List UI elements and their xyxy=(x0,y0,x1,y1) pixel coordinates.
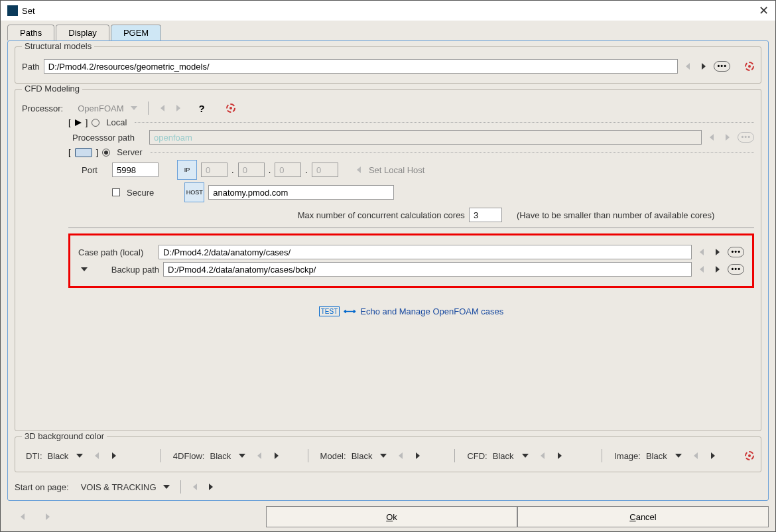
startpage-value: VOIS & TRACKING xyxy=(81,482,157,492)
browse-icon[interactable]: ••• xyxy=(714,61,730,72)
ok-button[interactable]: Ok xyxy=(266,506,517,527)
target-icon[interactable] xyxy=(745,451,754,460)
legend-bgcolor: 3D background color xyxy=(22,431,107,441)
next-icon[interactable] xyxy=(712,247,724,257)
ip-icon[interactable]: IP xyxy=(177,160,197,180)
port-input[interactable] xyxy=(112,163,159,177)
next-icon[interactable] xyxy=(554,450,566,461)
next-icon[interactable] xyxy=(172,103,184,113)
target-icon[interactable] xyxy=(226,103,235,113)
app-icon xyxy=(7,5,18,16)
casepath-label: Case path (local) xyxy=(78,247,155,257)
structural-path-input[interactable] xyxy=(44,59,679,74)
prev-icon[interactable] xyxy=(157,103,168,113)
model-label: Model: xyxy=(320,451,346,461)
startpage-label: Start on page: xyxy=(15,482,69,492)
image-label: Image: xyxy=(614,451,641,461)
prev-icon[interactable] xyxy=(253,450,265,461)
tab-pgem[interactable]: PGEM xyxy=(111,25,161,40)
ip-seg-1 xyxy=(238,163,265,177)
browse-icon[interactable]: ••• xyxy=(728,247,744,257)
server-radio[interactable] xyxy=(102,149,110,157)
server-icon xyxy=(75,148,92,157)
dropdown-icon[interactable] xyxy=(673,450,684,461)
maxcores-label: Max number of concurrent calculation cor… xyxy=(298,210,465,220)
next-icon[interactable] xyxy=(271,450,283,461)
maxcores-note: (Have to be smaller than number of avail… xyxy=(517,210,714,220)
dropdown-icon[interactable] xyxy=(236,450,248,461)
prev-icon[interactable] xyxy=(696,247,708,257)
prev-icon[interactable] xyxy=(395,450,407,461)
local-label: Local xyxy=(106,117,127,127)
dropdown-icon[interactable] xyxy=(161,482,172,492)
processor-dropdown-icon[interactable] xyxy=(128,103,140,113)
browse-icon: ••• xyxy=(738,132,754,143)
path-label: Path xyxy=(22,62,40,72)
next-icon[interactable] xyxy=(707,450,719,461)
tab-paths[interactable]: Paths xyxy=(7,25,54,40)
procpath-label: Processsor path xyxy=(72,133,145,143)
next-icon[interactable] xyxy=(712,264,724,275)
host-input[interactable] xyxy=(208,185,394,200)
bracket: [ xyxy=(68,147,71,157)
ip-seg-0 xyxy=(201,163,227,177)
tab-display[interactable]: Display xyxy=(56,25,109,40)
cfd-label: CFD: xyxy=(467,451,487,461)
maxcores-input[interactable] xyxy=(469,208,502,222)
next-icon[interactable] xyxy=(108,450,120,461)
secure-label: Secure xyxy=(127,188,154,198)
page-next-icon[interactable] xyxy=(42,511,54,522)
prev-icon[interactable] xyxy=(189,482,201,492)
bracket: ] xyxy=(96,147,99,157)
flow-value: Black xyxy=(210,451,231,461)
prev-icon[interactable] xyxy=(696,264,708,275)
group-structural-models: Structural models Path ••• xyxy=(15,46,761,84)
casepath-input[interactable] xyxy=(159,245,692,259)
prev-icon[interactable] xyxy=(91,450,103,461)
host-icon[interactable]: HOST xyxy=(184,182,204,202)
server-label: Server xyxy=(117,147,142,157)
tab-bar: Paths Display PGEM xyxy=(7,25,769,40)
browse-icon[interactable]: ••• xyxy=(728,264,744,275)
local-radio[interactable] xyxy=(92,119,99,127)
next-icon[interactable] xyxy=(698,61,710,72)
processor-path-input xyxy=(149,130,702,145)
port-label: Port xyxy=(82,165,108,175)
cfd-value: Black xyxy=(493,451,514,461)
processor-label: Processor: xyxy=(22,103,63,113)
prev-icon[interactable] xyxy=(690,450,702,461)
close-icon[interactable]: ✕ xyxy=(759,3,769,18)
help-icon[interactable]: ? xyxy=(199,103,205,114)
dti-value: Black xyxy=(48,451,69,461)
target-icon[interactable] xyxy=(745,62,754,71)
titlebar: Set ✕ xyxy=(1,1,775,21)
model-value: Black xyxy=(352,451,373,461)
prev-icon xyxy=(353,165,365,175)
flag-icon xyxy=(75,119,82,126)
expand-icon[interactable] xyxy=(78,264,90,275)
prev-icon[interactable] xyxy=(537,450,549,461)
prev-icon xyxy=(706,132,718,143)
backuppath-input[interactable] xyxy=(163,262,692,277)
group-cfd-modeling: CFD Modeling Processor: OpenFOAM ? xyxy=(15,89,761,431)
legend-cfd: CFD Modeling xyxy=(22,84,82,94)
bracket: [ xyxy=(68,117,71,127)
next-icon[interactable] xyxy=(412,450,424,461)
cancel-button[interactable]: Cancel xyxy=(517,506,769,527)
dropdown-icon[interactable] xyxy=(377,450,389,461)
highlighted-paths: Case path (local) ••• Backup path xyxy=(68,233,754,288)
next-icon[interactable] xyxy=(205,482,217,492)
page-prev-icon[interactable] xyxy=(17,511,29,522)
dti-label: DTI: xyxy=(26,451,42,461)
set-local-host-link[interactable]: Set Local Host xyxy=(369,165,425,175)
dropdown-icon[interactable] xyxy=(74,450,86,461)
image-value: Black xyxy=(646,451,667,461)
processor-value: OpenFOAM xyxy=(78,103,123,113)
window-title: Set xyxy=(22,6,35,16)
echo-manage-link[interactable]: Echo and Manage OpenFOAM cases xyxy=(360,306,503,316)
prev-icon[interactable] xyxy=(682,61,694,72)
group-bg-color: 3D background color DTI: Black 4DFlow: B… xyxy=(15,436,761,472)
secure-checkbox[interactable] xyxy=(112,188,120,196)
dropdown-icon[interactable] xyxy=(519,450,531,461)
legend-structural: Structural models xyxy=(22,41,94,51)
